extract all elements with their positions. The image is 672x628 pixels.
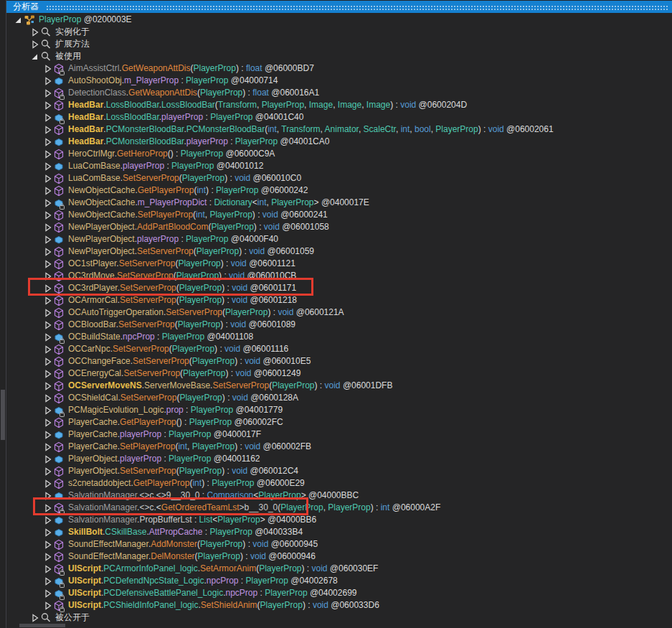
- expander-collapsed-icon[interactable]: [43, 319, 53, 331]
- analyzer-member-row[interactable]: OCBloodBar.SetServerProp(PlayerProp) : v…: [6, 319, 672, 331]
- analyzer-member-row[interactable]: PlayerObject.playerProp : PlayerProp @04…: [6, 453, 672, 465]
- expander-collapsed-icon[interactable]: [43, 576, 53, 587]
- analyzer-member-row[interactable]: NewPlayerObject.playerProp : PlayerProp …: [6, 233, 672, 245]
- expander-collapsed-icon[interactable]: [43, 539, 53, 550]
- analyzer-member-row[interactable]: SalvationManager.<>c.<GetOrderedTeamLst>…: [6, 502, 672, 514]
- left-scrollbar[interactable]: [0, 0, 6, 628]
- expander-collapsed-icon[interactable]: [43, 234, 53, 245]
- analyzer-member-row[interactable]: OCServerMoveNS.ServerMoveBase.SetServerP…: [6, 380, 672, 392]
- expander-collapsed-icon[interactable]: [43, 417, 53, 428]
- analyzer-member-row[interactable]: UIScript.PCArmorInfoPanel_logic.SetArmor…: [6, 563, 672, 575]
- analyzer-member-row[interactable]: SkillBolt.CSkillBase.AttPropCache : Play…: [6, 526, 672, 538]
- expander-collapsed-icon[interactable]: [30, 612, 40, 623]
- expander-collapsed-icon[interactable]: [43, 63, 53, 75]
- tree-node-used-by[interactable]: 被使用: [6, 50, 672, 62]
- analyzer-member-row[interactable]: NewObjectCache.SetPlayerProp(int, Player…: [6, 209, 672, 221]
- expander-collapsed-icon[interactable]: [43, 307, 53, 319]
- analyzer-member-row[interactable]: HeadBar.PCMonsterBloodBar.PCMonsterBlood…: [6, 123, 672, 136]
- analyzer-member-row[interactable]: OCCarNpc.SetServerProp(PlayerProp) : voi…: [6, 343, 672, 355]
- expander-collapsed-icon[interactable]: [43, 283, 53, 294]
- analyzer-member-row[interactable]: PlayerCache.playerProp : PlayerProp @040…: [6, 428, 672, 441]
- expander-collapsed-icon[interactable]: [43, 295, 53, 306]
- analyzer-member-row[interactable]: NewPlayerObject.AddPartBloodCom(PlayerPr…: [6, 221, 672, 233]
- analyzer-member-row[interactable]: UIScript.PCDefensiveBattlePanel_Logic.np…: [6, 587, 672, 599]
- analyzer-member-row[interactable]: SalvationManager.PropBufferLst : List<Pl…: [6, 514, 672, 526]
- expander-collapsed-icon[interactable]: [43, 173, 53, 184]
- tree-node-instantiated-by[interactable]: 实例化于: [6, 26, 672, 38]
- analyzer-member-row[interactable]: OC3rdMove.SetServerProp(PlayerProp) : vo…: [6, 270, 672, 282]
- tree-root-row[interactable]: PlayerProp @0200003E: [6, 14, 672, 26]
- analyzer-member-row[interactable]: OCShieldCal.SetServerProp(PlayerProp) : …: [6, 392, 672, 404]
- analyzer-member-row[interactable]: HeadBar.LossBloodBar.LossBloodBar(Transf…: [6, 99, 672, 111]
- expander-collapsed-icon[interactable]: [43, 429, 53, 441]
- expander-collapsed-icon[interactable]: [43, 478, 53, 489]
- analyzer-member-row[interactable]: HeadBar.PCMonsterBloodBar.playerProp : P…: [6, 136, 672, 148]
- analyzer-member-row[interactable]: NewObjectCache.GetPlayerProp(int) : Play…: [6, 184, 672, 197]
- expander-collapsed-icon[interactable]: [43, 100, 53, 111]
- analyzer-member-row[interactable]: PlayerObject.SetServerProp(PlayerProp) :…: [6, 465, 672, 477]
- expander-collapsed-icon[interactable]: [43, 271, 53, 282]
- expander-collapsed-icon[interactable]: [43, 380, 53, 392]
- expander-collapsed-icon[interactable]: [43, 332, 53, 343]
- expander-expanded-icon[interactable]: [14, 14, 24, 26]
- analyzer-member-row[interactable]: PlayerCache.GetPlayerProp() : PlayerProp…: [6, 416, 672, 428]
- expander-collapsed-icon[interactable]: [43, 551, 53, 563]
- expander-collapsed-icon[interactable]: [43, 197, 53, 209]
- expander-collapsed-icon[interactable]: [43, 356, 53, 367]
- analyzer-member-row[interactable]: PlayerCache.SetPlayerProp(int, PlayerPro…: [6, 441, 672, 453]
- expander-collapsed-icon[interactable]: [43, 112, 53, 123]
- expander-collapsed-icon[interactable]: [43, 185, 53, 197]
- analyzer-member-row[interactable]: NewPlayerObject.SetServerProp(PlayerProp…: [6, 245, 672, 258]
- analyzer-member-row[interactable]: OCAutoTriggerOperation.SetServerProp(Pla…: [6, 306, 672, 319]
- expander-collapsed-icon[interactable]: [43, 454, 53, 465]
- expander-collapsed-icon[interactable]: [43, 588, 53, 599]
- expander-expanded-icon[interactable]: [30, 51, 40, 62]
- expander-collapsed-icon[interactable]: [43, 368, 53, 380]
- expander-collapsed-icon[interactable]: [43, 258, 53, 270]
- analyzer-member-row[interactable]: UIScript.PCDefendNpcState_Logic.npcProp …: [6, 575, 672, 587]
- expander-collapsed-icon[interactable]: [43, 405, 53, 416]
- expander-collapsed-icon[interactable]: [43, 441, 53, 453]
- analyzer-member-row[interactable]: SalvationManager.<>c.<>9__30_0 : Compari…: [6, 489, 672, 502]
- analyzer-member-row[interactable]: OCChangeFace.SetServerProp(PlayerProp) :…: [6, 355, 672, 367]
- tree-node-extension-methods[interactable]: 扩展方法: [6, 38, 672, 50]
- analyzer-member-row[interactable]: s2cnetaddobject.GetPlayerProp(int) : Pla…: [6, 477, 672, 489]
- expander-collapsed-icon[interactable]: [43, 490, 53, 502]
- expander-collapsed-icon[interactable]: [43, 136, 53, 148]
- expander-collapsed-icon[interactable]: [43, 393, 53, 404]
- expander-collapsed-icon[interactable]: [43, 502, 53, 514]
- tree-node-exposed-by[interactable]: 被公开于: [6, 611, 672, 622]
- expander-collapsed-icon[interactable]: [43, 161, 53, 172]
- analyzer-member-row[interactable]: OC1stPlayer.SetServerProp(PlayerProp) : …: [6, 258, 672, 270]
- analyzer-member-row[interactable]: OC3rdPlayer.SetServerProp(PlayerProp) : …: [6, 282, 672, 294]
- analyzer-member-row[interactable]: SoundEffectManager.DelMonster(PlayerProp…: [6, 550, 672, 563]
- expander-collapsed-icon[interactable]: [43, 600, 53, 611]
- analyzer-member-row[interactable]: AimAssistCtrl.GetWeaponAttDis(PlayerProp…: [6, 62, 672, 75]
- analyzer-member-row[interactable]: AutoShootObj.m_PlayerProp : PlayerProp @…: [6, 75, 672, 87]
- expander-collapsed-icon[interactable]: [43, 515, 53, 526]
- expander-collapsed-icon[interactable]: [43, 246, 53, 258]
- analyzer-member-row[interactable]: LuaComBase.SetServerProp(PlayerProp) : v…: [6, 172, 672, 184]
- analyzer-member-row[interactable]: UIScript.PCShieldInfoPanel_logic.SetShie…: [6, 599, 672, 611]
- expander-collapsed-icon[interactable]: [43, 563, 53, 575]
- analyzer-member-row[interactable]: NewObjectCache.m_PlayerPropDict : Dictio…: [6, 197, 672, 209]
- expander-collapsed-icon[interactable]: [43, 527, 53, 538]
- analyzer-member-row[interactable]: OCArmorCal.SetServerProp(PlayerProp) : v…: [6, 294, 672, 306]
- expander-collapsed-icon[interactable]: [43, 210, 53, 221]
- panel-titlebar[interactable]: 分析器: [6, 1, 672, 13]
- analyzer-member-row[interactable]: HeroCtrlMgr.GetHeroProp() : PlayerProp @…: [6, 148, 672, 160]
- analyzer-member-row[interactable]: OCEnergyCal.SetServerProp(PlayerProp) : …: [6, 367, 672, 380]
- analyzer-member-row[interactable]: LuaComBase.playerProp : PlayerProp @0400…: [6, 160, 672, 172]
- expander-collapsed-icon[interactable]: [43, 75, 53, 87]
- expander-collapsed-icon[interactable]: [30, 27, 40, 38]
- expander-collapsed-icon[interactable]: [30, 39, 40, 50]
- expander-collapsed-icon[interactable]: [43, 149, 53, 160]
- analyzer-member-row[interactable]: PCMagicEvolution_Logic.prop : PlayerProp…: [6, 404, 672, 416]
- analyzer-member-row[interactable]: DetectionClass.GetWeaponAttDis(PlayerPro…: [6, 87, 672, 99]
- expander-collapsed-icon[interactable]: [43, 344, 53, 355]
- expander-collapsed-icon[interactable]: [43, 222, 53, 233]
- horizontal-scrollbar-thumb[interactable]: [19, 624, 65, 627]
- analyzer-member-row[interactable]: HeadBar.LossBloodBar.playerProp : Player…: [6, 111, 672, 123]
- expander-collapsed-icon[interactable]: [43, 88, 53, 99]
- analyzer-member-row[interactable]: SoundEffectManager.AddMonster(PlayerProp…: [6, 538, 672, 550]
